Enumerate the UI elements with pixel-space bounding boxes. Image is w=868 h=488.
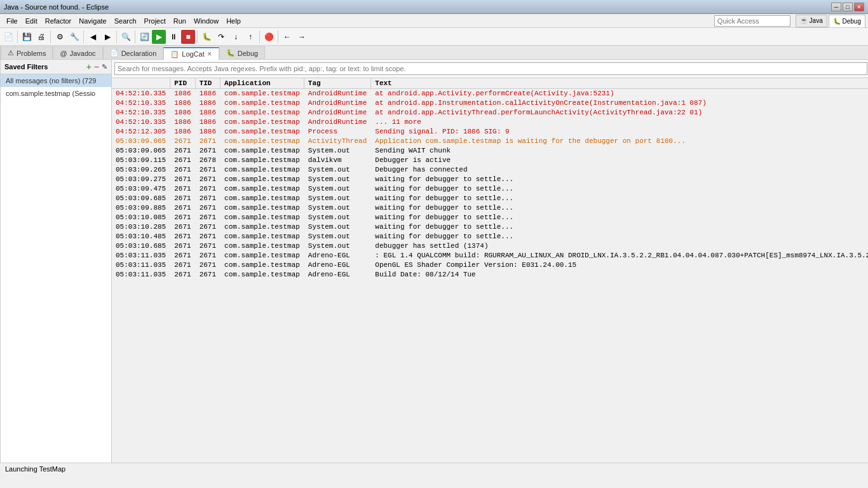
toolbar-save[interactable]: 💾 [20,30,34,44]
filter-item-all[interactable]: All messages (no filters) (729 [1,74,111,87]
toolbar-btn3[interactable]: ⚙ [53,30,67,44]
table-row[interactable]: 05:03:09.065 2671 2671 com.sample.testma… [112,146,868,156]
cell-tag: Process [304,127,370,137]
menu-refactor[interactable]: Refactor [41,16,76,26]
cell-app: com.sample.testmap [220,165,304,175]
table-row[interactable]: 04:52:12.305 1886 1886 com.sample.testma… [112,127,868,137]
cell-tag: Adreno-EGL [304,251,370,261]
toolbar-step[interactable]: ↷ [214,30,228,44]
cell-pid: 2671 [170,146,195,156]
filter-item-testmap[interactable]: com.sample.testmap (Sessio [1,87,111,100]
cell-text: waiting for debugger to settle... [371,213,868,222]
cell-time: 04:52:10.335 [112,118,170,127]
cell-text: OpenGL ES Shader Compiler Version: E031.… [371,261,868,270]
menu-window[interactable]: Window [190,16,222,26]
toolbar-run[interactable]: ▶ [152,30,166,44]
tab-debug[interactable]: 🐛 Debug [219,46,265,59]
cell-text: Build Date: 08/12/14 Tue [371,270,868,280]
table-row[interactable]: 05:03:10.485 2671 2671 com.sample.testma… [112,232,868,241]
perspective-java[interactable]: ☕ Java [796,15,827,27]
toolbar-print[interactable]: 🖨 [34,30,48,44]
table-row[interactable]: 05:03:09.685 2671 2671 com.sample.testma… [112,194,868,203]
toolbar-step-into[interactable]: ↓ [229,30,243,44]
perspective-debug[interactable]: 🐛 Debug [829,15,865,27]
table-row[interactable]: 04:52:10.335 1886 1886 com.sample.testma… [112,118,868,127]
toolbar-step-out[interactable]: ↑ [243,30,257,44]
toolbar-breakpoints[interactable]: 🔴 [262,30,276,44]
cell-text: at android.app.Activity.performCreate(Ac… [371,89,868,98]
tab-javadoc[interactable]: @ Javadoc [53,46,102,59]
close-button[interactable]: ✕ [854,3,864,11]
log-table-header: PID TID Application Tag Text [112,78,868,89]
cell-tid: 1886 [195,118,220,127]
toolbar-search[interactable]: 🔍 [119,30,133,44]
menu-navigate[interactable]: Navigate [75,16,110,26]
maximize-button[interactable]: □ [843,3,853,11]
tab-declaration[interactable]: 📄 Declaration [103,46,164,59]
menu-run[interactable]: Run [170,16,190,26]
add-filter-button[interactable]: + [86,62,92,71]
toolbar-nav-back[interactable]: ← [280,30,294,44]
cell-text: Sending signal. PID: 1886 SIG: 9 [371,127,868,137]
cell-tid: 2671 [195,137,220,146]
cell-tag: AndroidRuntime [304,108,370,118]
cell-text: waiting for debugger to settle... [371,194,868,203]
logcat-search-input[interactable] [114,62,867,75]
table-row[interactable]: 05:03:09.885 2671 2671 com.sample.testma… [112,203,868,213]
table-row[interactable]: 05:03:09.065 2671 2671 com.sample.testma… [112,137,868,146]
cell-app: com.sample.testmap [220,261,304,270]
menu-project[interactable]: Project [140,16,170,26]
cell-app: com.sample.testmap [220,251,304,261]
table-row[interactable]: 05:03:09.475 2671 2671 com.sample.testma… [112,184,868,194]
cell-tag: System.out [304,232,370,241]
log-tbody: 04:52:10.335 1886 1886 com.sample.testma… [112,89,868,280]
menu-file[interactable]: File [3,16,22,26]
title-bar-controls: ─ □ ✕ [831,3,864,11]
tab-bar: ⚠ Problems @ Javadoc 📄 Declaration 📋 Log… [1,46,868,60]
cell-text: at android.app.ActivityThread.performLau… [371,108,868,118]
logcat-close-icon[interactable]: ✕ [207,51,212,57]
toolbar-stop[interactable]: ■ [181,30,195,44]
edit-filter-button[interactable]: ✎ [102,64,107,71]
menu-edit[interactable]: Edit [22,16,41,26]
toolbar-back[interactable]: ◀ [86,30,100,44]
toolbar-debug[interactable]: 🐛 [200,30,214,44]
cell-tag: Adreno-EGL [304,261,370,270]
remove-filter-button[interactable]: − [94,62,99,71]
toolbar-sep-5 [135,30,135,43]
log-table-container[interactable]: PID TID Application Tag Text 04:52:10.33… [112,78,868,463]
cell-app: com.sample.testmap [220,108,304,118]
table-row[interactable]: 05:03:09.115 2671 2678 com.sample.testma… [112,156,868,165]
minimize-button[interactable]: ─ [831,3,841,11]
table-row[interactable]: 05:03:10.285 2671 2671 com.sample.testma… [112,222,868,232]
toolbar-btn4[interactable]: 🔧 [67,30,81,44]
toolbar-sep-6 [197,30,198,43]
table-row[interactable]: 04:52:10.335 1886 1886 com.sample.testma… [112,98,868,108]
toolbar-new[interactable]: 📄 [1,30,15,44]
table-row[interactable]: 05:03:09.275 2671 2671 com.sample.testma… [112,175,868,184]
toolbar-forward[interactable]: ▶ [100,30,114,44]
cell-tag: AndroidRuntime [304,98,370,108]
cell-time: 05:03:09.065 [112,137,170,146]
table-row[interactable]: 05:03:10.685 2671 2671 com.sample.testma… [112,241,868,251]
toolbar-pause[interactable]: ⏸ [166,30,180,44]
tab-problems[interactable]: ⚠ Problems [1,46,53,59]
table-row[interactable]: 05:03:11.035 2671 2671 com.sample.testma… [112,261,868,270]
table-row[interactable]: 04:52:10.335 1886 1886 com.sample.testma… [112,108,868,118]
cell-time: 05:03:10.285 [112,222,170,232]
table-row[interactable]: 05:03:10.085 2671 2671 com.sample.testma… [112,213,868,222]
cell-pid: 2671 [170,222,195,232]
table-row[interactable]: 05:03:09.265 2671 2671 com.sample.testma… [112,165,868,175]
table-row[interactable]: 05:03:11.035 2671 2671 com.sample.testma… [112,251,868,261]
tab-logcat[interactable]: 📋 LogCat ✕ [163,47,219,60]
toolbar-nav-fwd[interactable]: → [295,30,309,44]
menu-search[interactable]: Search [111,16,140,26]
quick-access-input[interactable] [714,15,790,27]
table-row[interactable]: 05:03:11.035 2671 2671 com.sample.testma… [112,270,868,280]
menu-bar: File Edit Refactor Navigate Search Proje… [0,14,868,28]
toolbar-refresh[interactable]: 🔄 [137,30,151,44]
cell-pid: 1886 [170,98,195,108]
table-row[interactable]: 04:52:10.335 1886 1886 com.sample.testma… [112,89,868,98]
cell-app: com.sample.testmap [220,175,304,184]
menu-help[interactable]: Help [222,16,245,26]
